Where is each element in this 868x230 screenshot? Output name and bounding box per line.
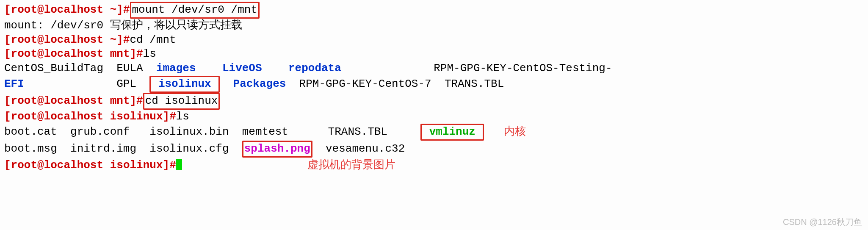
ls-output-row: boot.cat grub.conf isolinux.bin memtest … [4,124,864,141]
terminal-line: [root@localhost isolinux]#ls [4,110,864,124]
ls-output-row: EFI GPL isolinux Packages RPM-GPG-KEY-Ce… [4,76,864,93]
file-splash: splash.png [244,142,310,155]
boxed-command-mount: mount /dev/sr0 /mnt [130,2,260,19]
file: boot.cat [4,125,57,138]
cursor-block[interactable] [176,159,182,170]
boxed-vmlinuz: vmlinuz [420,124,484,141]
prompt-user: root [11,3,37,16]
file-vmlinuz: vmlinuz [429,125,475,138]
ls-output-row: CentOS_BuildTag EULA images LiveOS repod… [4,61,864,76]
file: isolinux.cfg [149,142,229,155]
cmd-ls: ls [176,110,189,123]
file: RPM-GPG-KEY-CentOS-7 [299,78,431,90]
file: TRANS.TBL [328,125,387,138]
file: memtest [242,125,288,138]
cmd-mount: mount /dev/sr0 /mnt [132,3,257,16]
terminal-line: [root@localhost isolinux]# 虚拟机的背景图片 [4,158,864,173]
prompt-host: localhost [44,3,103,16]
boxed-splash: splash.png [242,141,312,158]
file: GPL [116,78,136,90]
dir-liveos: LiveOS [222,62,262,75]
file: grub.conf [70,125,130,138]
prompt-bracket: [ [4,3,11,16]
cmd-ls: ls [143,47,156,60]
terminal-line: [root@localhost ~]#mount /dev/sr0 /mnt [4,2,864,19]
ls-output-row: boot.msg initrd.img isolinux.cfg splash.… [4,141,864,158]
boxed-isolinux: isolinux [149,76,220,93]
dir-efi: EFI [4,78,24,90]
terminal-line: [root@localhost mnt]#cd isolinux [4,93,864,110]
dir-images: images [156,62,196,75]
file: vesamenu.c32 [326,142,405,155]
file: CentOS_BuildTag [4,62,103,75]
dir-packages: Packages [233,78,286,90]
boxed-command-cd-isolinux: cd isolinux [143,93,220,110]
file: TRANS.TBL [445,78,504,90]
terminal-line: [root@localhost mnt]#ls [4,47,864,61]
file: RPM-GPG-KEY-CentOS-Testing- [434,62,612,75]
dir-repodata: repodata [288,62,341,75]
annotation-background: 虚拟机的背景图片 [307,158,395,171]
cmd-cd-mnt: cd /mnt [130,33,176,46]
prompt-cwd: ~ [110,3,117,16]
file: initrd.img [70,142,136,155]
file: EULA [116,62,143,75]
dir-isolinux: isolinux [158,78,211,90]
terminal-output: mount: /dev/sr0 写保护，将以只读方式挂载 [4,19,864,33]
terminal-line: [root@localhost ~]#cd /mnt [4,33,864,47]
file: boot.msg [4,142,57,155]
cmd-cd-isolinux: cd isolinux [145,94,218,107]
file: isolinux.bin [149,125,229,138]
annotation-kernel: 内核 [504,125,526,137]
